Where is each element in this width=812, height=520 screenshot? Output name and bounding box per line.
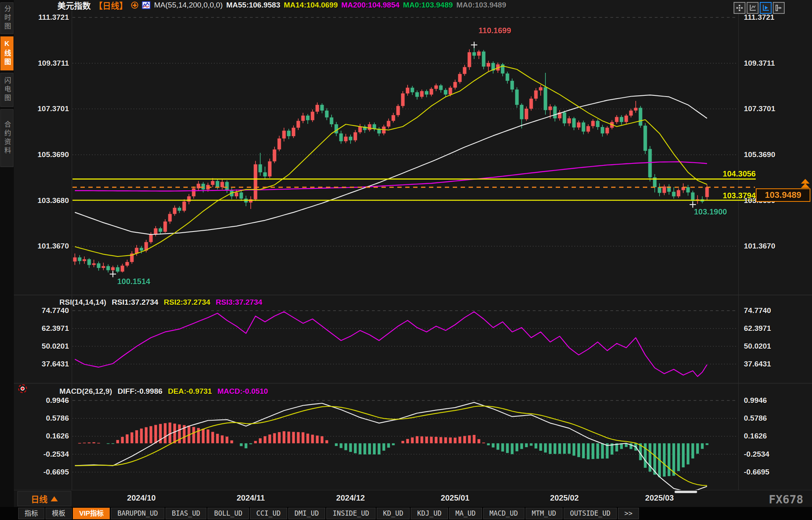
high-price-label: 110.1699 [478, 26, 511, 35]
macd-axis-label: 0.5786 [744, 414, 811, 423]
indicator-toolbar: 指标 模板 VIP指标 BARUPDN_UD BIAS_UD BOLL_UD C… [0, 507, 812, 520]
rsi-header: RSI(14,14,14) RSI1:37.2734 RSI2:37.2734 … [59, 298, 262, 307]
macd-axis-label: -0.6695 [744, 468, 811, 476]
ma14-value: MA14:104.0699 [284, 1, 337, 9]
tab-cci-ud[interactable]: CCI_UD [250, 508, 287, 519]
sidebar-tab-kline-chart[interactable]: K线图 [0, 36, 13, 70]
rsi-axis-label: 50.0201 [14, 342, 69, 351]
chart-plot-area[interactable] [72, 9, 738, 490]
watermark: FX678 [769, 493, 803, 506]
tab-boll-ud[interactable]: BOLL_UD [208, 508, 249, 519]
ma-formula: MA(55,14,200,0,0,0) [154, 1, 223, 9]
rsi1-value: RSI1:37.2734 [112, 298, 158, 307]
macd-axis-label: 0.9946 [744, 396, 811, 405]
rsi-axis-label: 37.6431 [744, 360, 811, 368]
rsi-axis-label: 50.0201 [744, 342, 811, 351]
chart-style-icon[interactable] [142, 1, 151, 9]
tab-vip-indicators[interactable]: VIP指标 [73, 508, 110, 519]
period-selector[interactable]: 日线 [17, 491, 71, 506]
ma200-value: MA200:104.9854 [341, 1, 400, 9]
auto-scroll-icon[interactable] [760, 2, 772, 14]
price-axis-label: 111.3721 [14, 13, 69, 22]
price-axis-label: 103.3680 [14, 196, 69, 205]
trading-terminal: 分时图 K线图 闪电图 合约资料 美元指数 【日线】 MA(55,14,200,… [0, 0, 812, 520]
tab-dmi-ud[interactable]: DMI_UD [288, 508, 325, 519]
rsi2-value: RSI2:37.2734 [164, 298, 210, 307]
price-axis-label: 109.3711 [14, 59, 69, 68]
tab-indicators[interactable]: 指标 [18, 508, 44, 519]
last-price-tag: 103.9489 [756, 188, 810, 202]
date-label: 2024/12 [325, 493, 376, 503]
dropup-icon [51, 496, 58, 501]
shift-right-icon[interactable] [773, 2, 785, 14]
price-axis-label: 107.3701 [14, 104, 69, 113]
sidebar-tab-contract-info[interactable]: 合约资料 [0, 109, 13, 167]
rsi-axis-label: 74.7740 [744, 306, 811, 315]
macd-value: MACD:-0.0510 [217, 387, 268, 396]
more-tabs-button[interactable]: >> [618, 508, 639, 519]
alert-burst-icon[interactable] [18, 384, 27, 393]
layout-grid-icon[interactable] [734, 2, 745, 14]
horizontal-scrollbar-thumb[interactable] [675, 491, 697, 493]
rsi3-value: RSI3:37.2734 [216, 298, 262, 307]
macd-axis-label: 0.5786 [14, 414, 69, 423]
low-price-label: 100.1514 [117, 277, 150, 286]
alert-line-upper-label[interactable]: 104.3056 [696, 169, 756, 178]
rsi-formula: RSI(14,14,14) [59, 298, 106, 307]
macd-header: MACD(26,12,9) DIFF:-0.9986 DEA:-0.9731 M… [59, 387, 268, 396]
symbol-title: 美元指数 [57, 0, 91, 11]
period-badge: 【日线】 [94, 0, 128, 11]
date-label: 2025/02 [539, 493, 590, 503]
price-axis-label: 109.3711 [744, 59, 811, 68]
macd-axis-label: 0.1626 [14, 432, 69, 440]
tab-barupdn-ud[interactable]: BARUPDN_UD [111, 508, 164, 519]
rsi-axis-label: 37.6431 [14, 360, 69, 368]
date-label: 2025/03 [634, 493, 685, 503]
tick-up-arrow-icon [801, 183, 810, 188]
tab-macd-ud[interactable]: MACD_UD [483, 508, 524, 519]
macd-axis-label: 0.1626 [744, 432, 811, 440]
add-indicator-icon[interactable] [131, 2, 138, 9]
ma0-value: MA0:103.9489 [403, 1, 453, 9]
macd-axis-label: -0.6695 [14, 468, 69, 476]
price-axis-label: 101.3670 [14, 242, 69, 251]
tab-inside-ud[interactable]: INSIDE_UD [326, 508, 376, 519]
ma0-value-2: MA0:103.9489 [456, 1, 506, 9]
tab-mtm-ud[interactable]: MTM_UD [526, 508, 562, 519]
price-axis-label: 107.3701 [744, 104, 811, 113]
price-axis-label: 105.3690 [744, 150, 811, 159]
date-label: 2025/01 [429, 493, 481, 503]
date-axis: 日线 2024/10 2024/11 2024/12 2025/01 2025/… [14, 490, 812, 507]
price-axis-label: 101.3670 [744, 242, 811, 251]
chart-header: 美元指数 【日线】 MA(55,14,200,0,0,0) MA55:106.9… [57, 0, 506, 10]
price-axis-label: 111.3721 [744, 13, 811, 22]
tab-templates[interactable]: 模板 [46, 508, 72, 519]
rsi-axis-label: 62.3971 [744, 324, 811, 333]
rsi-axis-label: 74.7740 [14, 306, 69, 315]
price-axis-label: 105.3690 [14, 150, 69, 159]
tab-kdj-ud[interactable]: KDJ_UD [411, 508, 448, 519]
rsi-axis-label: 62.3971 [14, 324, 69, 333]
date-label: 2024/10 [116, 493, 167, 503]
sidebar-tab-time-chart[interactable]: 分时图 [0, 2, 13, 34]
macd-dea-value: DEA:-0.9731 [168, 387, 212, 396]
date-label: 2024/11 [225, 493, 276, 503]
axis-scale-icon[interactable] [747, 2, 759, 14]
tab-bias-ud[interactable]: BIAS_UD [166, 508, 207, 519]
swing-low-price-label: 103.1900 [694, 207, 727, 216]
macd-diff-value: DIFF:-0.9986 [118, 387, 162, 396]
macd-axis-label: 0.9946 [14, 396, 69, 405]
tab-ma-ud[interactable]: MA_UD [449, 508, 482, 519]
macd-axis-label: -0.2534 [14, 450, 69, 459]
macd-formula: MACD(26,12,9) [59, 387, 112, 396]
ma55-value: MA55:106.9583 [226, 1, 280, 9]
tab-kd-ud[interactable]: KD_UD [377, 508, 410, 519]
left-sidebar: 分时图 K线图 闪电图 合约资料 [0, 0, 14, 520]
tab-outside-ud[interactable]: OUTSIDE_UD [564, 508, 617, 519]
sidebar-tab-lightning-chart[interactable]: 闪电图 [0, 73, 13, 107]
macd-axis-label: -0.2534 [744, 450, 811, 459]
period-selector-label: 日线 [31, 493, 48, 505]
alert-line-lower-label[interactable]: 103.3794 [696, 191, 756, 200]
